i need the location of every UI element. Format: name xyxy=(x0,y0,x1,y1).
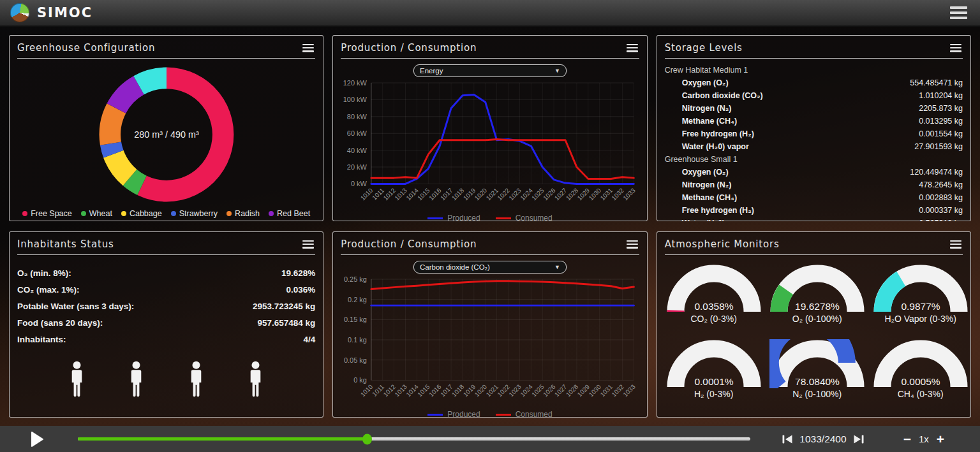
legend-dot-icon xyxy=(171,211,176,216)
storage-row-value: 554.485471 kg xyxy=(910,77,963,89)
x-tick-label: 1019 xyxy=(462,383,477,398)
x-tick-label: 1027 xyxy=(553,383,568,398)
inhabitants-row-value: 957.657484 kg xyxy=(257,315,315,332)
legend-label: Produced xyxy=(447,410,480,418)
chevron-down-icon: ▼ xyxy=(554,68,560,74)
x-tick-label: 1031 xyxy=(599,187,614,202)
legend-item-onion[interactable]: Onion xyxy=(151,221,181,221)
gauge-value: 0.9877% xyxy=(901,301,940,312)
x-tick-label: 1013 xyxy=(394,187,409,202)
legend-item-free-space[interactable]: Free Space xyxy=(22,209,72,218)
panel-title: Inhabitants Status xyxy=(17,238,114,250)
storage-row-value: 2205.873 kg xyxy=(919,102,963,115)
speed-decrease-button[interactable]: − xyxy=(902,432,912,446)
x-tick-label: 1021 xyxy=(485,187,500,202)
panel-title: Greenhouse Configuration xyxy=(17,42,155,54)
timeline-slider-thumb[interactable] xyxy=(362,434,372,444)
gauge-value: 0.0005% xyxy=(901,376,940,387)
gauge-arc: 0.0001% xyxy=(666,339,762,388)
x-tick-label: 1015 xyxy=(417,187,432,202)
legend-item-strawberry[interactable]: Strawberry xyxy=(171,209,218,218)
storage-row-value: 1.010204 kg xyxy=(919,89,963,102)
panel-menu-button[interactable] xyxy=(301,237,315,251)
legend-item-wheat[interactable]: Wheat xyxy=(81,209,112,218)
gauge-label: CO₂ (0-3%) xyxy=(690,314,736,324)
panel-title: Production / Consumption xyxy=(341,238,477,250)
x-tick-label: 1020 xyxy=(473,383,489,398)
panel-menu-button[interactable] xyxy=(949,237,963,251)
y-tick-label: 0 kg xyxy=(353,377,367,384)
inhabitants-row-label: Food (sans 20 days): xyxy=(17,315,103,332)
inhabitants-row: Potable Water (sans 3 days):2953.723245 … xyxy=(17,298,315,315)
chart-legend-item-consumed[interactable]: Consumed xyxy=(496,214,553,221)
panel-menu-button[interactable] xyxy=(301,41,315,55)
x-tick-label: 1024 xyxy=(519,187,535,202)
storage-row: Water (H₂0) vapor27.901593 kg xyxy=(665,140,963,153)
speed-increase-button[interactable]: + xyxy=(935,432,946,446)
x-tick-label: 1030 xyxy=(588,383,603,398)
chart-legend-item-consumed[interactable]: Consumed xyxy=(496,410,553,418)
y-tick-label: 20 kW xyxy=(347,163,368,171)
panel-title: Production / Consumption xyxy=(341,42,477,54)
x-tick-label: 1012 xyxy=(382,383,397,398)
legend-line-icon xyxy=(496,217,511,219)
legend-item-cabbage[interactable]: Cabbage xyxy=(121,209,162,218)
currency-selector-co2[interactable]: Carbon dioxide (CO₂) ▼ xyxy=(413,261,567,273)
storage-section-name: Greenhouse Small 1 xyxy=(665,153,963,166)
gauge-n₂: 78.0840%N₂ (0-100%) xyxy=(769,339,865,411)
x-tick-label: 1016 xyxy=(427,187,443,202)
person-icon xyxy=(68,361,85,398)
storage-row-value: 6.565313 kg xyxy=(919,217,963,221)
x-tick-label: 1029 xyxy=(576,383,591,398)
gauge-fill xyxy=(779,289,786,312)
currency-selector-energy[interactable]: Energy ▼ xyxy=(413,64,567,77)
legend-label: Red Beet xyxy=(277,209,310,218)
donut-chart-wrap: 280 m³ / 490 m³ xyxy=(17,61,315,208)
storage-row: Oxygen (O₂)120.449474 kg xyxy=(665,166,963,179)
inhabitants-row: Food (sans 20 days):957.657484 kg xyxy=(17,315,315,332)
storage-row-value: 478.2645 kg xyxy=(919,179,963,191)
x-tick-label: 1026 xyxy=(542,383,557,398)
storage-row-label: Methane (CH₄) xyxy=(682,115,738,128)
y-tick-label: 0.15 kg xyxy=(344,316,367,323)
storage-row-value: 120.449474 kg xyxy=(910,166,963,179)
panel-menu-button[interactable] xyxy=(625,237,639,251)
energy-chart-legend: ProducedConsumed xyxy=(427,213,552,221)
y-tick-label: 120 kW xyxy=(343,79,368,87)
person-icon xyxy=(128,361,145,398)
hamburger-icon xyxy=(302,240,314,242)
panel-menu-button[interactable] xyxy=(949,41,963,55)
legend-line-icon xyxy=(427,217,443,219)
donut-center-label: 280 m³ / 490 m³ xyxy=(134,129,199,140)
greenhouse-legend: Free SpaceWheatCabbageStrawberryRadishRe… xyxy=(17,208,315,221)
panel-head: Greenhouse Configuration xyxy=(17,36,315,59)
x-tick-label: 1032 xyxy=(611,383,626,398)
legend-label: Radish xyxy=(235,209,260,218)
x-tick-label: 1012 xyxy=(382,187,397,202)
playback-bar: 1033/2400 − 1x + xyxy=(0,426,980,452)
inhabitants-row-value: 0.036% xyxy=(286,282,316,298)
step-back-button[interactable] xyxy=(781,434,794,445)
chart-legend-item-produced[interactable]: Produced xyxy=(427,214,480,221)
x-tick-label: 1031 xyxy=(599,383,614,398)
timeline-slider[interactable] xyxy=(78,437,750,441)
legend-label: Free Space xyxy=(31,209,72,218)
play-button[interactable] xyxy=(31,432,43,447)
inhabitants-row-label: Inhabitants: xyxy=(17,332,66,348)
legend-item-radish[interactable]: Radish xyxy=(226,209,260,218)
inhabitants-row: Inhabitants:4/4 xyxy=(17,332,315,348)
step-forward-button[interactable] xyxy=(852,434,865,445)
main-menu-button[interactable] xyxy=(947,1,970,24)
hamburger-icon xyxy=(950,6,967,9)
panel-head: Production / Consumption xyxy=(341,232,639,255)
chart-gridlines xyxy=(371,83,634,184)
panel-menu-button[interactable] xyxy=(625,41,639,55)
storage-row-value: 0.000337 kg xyxy=(919,204,963,217)
legend-item-red-beet[interactable]: Red Beet xyxy=(269,209,310,218)
chart-legend-item-produced[interactable]: Produced xyxy=(427,410,480,418)
y-tick-label: 0.05 kg xyxy=(344,356,367,364)
storage-row-label: Methane (CH₄) xyxy=(682,191,738,204)
gauge-h₂: 0.0001%H₂ (0-3%) xyxy=(666,339,762,411)
x-tick-label: 1028 xyxy=(565,187,580,202)
gauge-grid: 0.0358%CO₂ (0-3%)19.6278%O₂ (0-100%)0.98… xyxy=(665,258,963,412)
